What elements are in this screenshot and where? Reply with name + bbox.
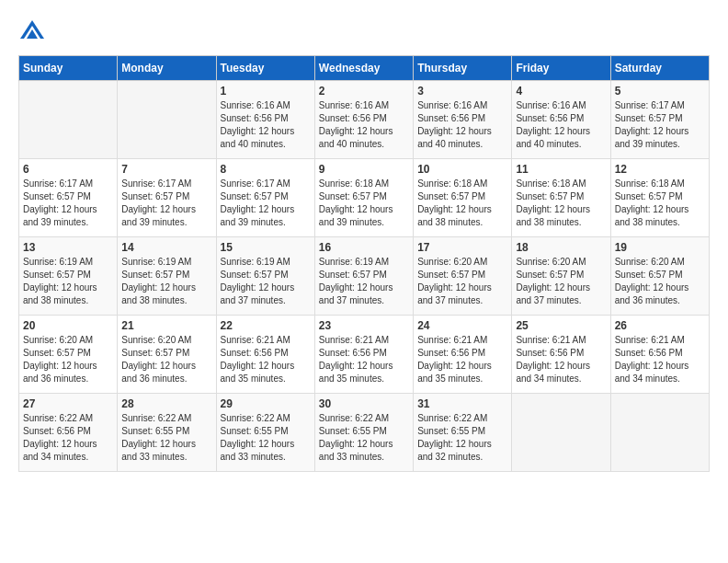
calendar-cell: 1Sunrise: 6:16 AMSunset: 6:56 PMDaylight… — [216, 81, 314, 159]
column-header-sunday: Sunday — [19, 56, 118, 81]
calendar-cell: 15Sunrise: 6:19 AMSunset: 6:57 PMDayligh… — [216, 237, 314, 316]
calendar-cell: 16Sunrise: 6:19 AMSunset: 6:57 PMDayligh… — [314, 237, 413, 316]
day-number: 3 — [417, 85, 507, 98]
calendar-cell: 22Sunrise: 6:21 AMSunset: 6:56 PMDayligh… — [216, 316, 314, 394]
calendar-cell — [118, 81, 216, 159]
day-number: 17 — [417, 241, 507, 254]
calendar-week-row: 13Sunrise: 6:19 AMSunset: 6:57 PMDayligh… — [19, 237, 710, 316]
day-info: Sunrise: 6:21 AMSunset: 6:56 PMDaylight:… — [319, 334, 409, 385]
day-number: 4 — [516, 85, 606, 98]
day-info: Sunrise: 6:17 AMSunset: 6:57 PMDaylight:… — [121, 178, 211, 229]
day-info: Sunrise: 6:16 AMSunset: 6:56 PMDaylight:… — [516, 99, 606, 151]
day-number: 28 — [121, 397, 211, 410]
calendar-cell: 31Sunrise: 6:22 AMSunset: 6:55 PMDayligh… — [414, 394, 512, 472]
day-info: Sunrise: 6:20 AMSunset: 6:57 PMDaylight:… — [516, 256, 606, 307]
day-number: 15 — [221, 241, 311, 254]
day-info: Sunrise: 6:19 AMSunset: 6:57 PMDaylight:… — [221, 256, 311, 307]
day-info: Sunrise: 6:20 AMSunset: 6:57 PMDaylight:… — [121, 334, 211, 385]
day-info: Sunrise: 6:20 AMSunset: 6:57 PMDaylight:… — [417, 256, 507, 307]
day-number: 21 — [121, 319, 211, 332]
calendar-week-row: 27Sunrise: 6:22 AMSunset: 6:56 PMDayligh… — [19, 394, 710, 472]
calendar-cell — [19, 81, 118, 159]
calendar-cell: 6Sunrise: 6:17 AMSunset: 6:57 PMDaylight… — [19, 159, 118, 237]
calendar-week-row: 6Sunrise: 6:17 AMSunset: 6:57 PMDaylight… — [19, 159, 710, 237]
day-info: Sunrise: 6:16 AMSunset: 6:56 PMDaylight:… — [417, 99, 507, 151]
day-info: Sunrise: 6:22 AMSunset: 6:55 PMDaylight:… — [121, 412, 211, 464]
calendar-cell: 7Sunrise: 6:17 AMSunset: 6:57 PMDaylight… — [118, 159, 216, 237]
logo — [18, 18, 48, 46]
calendar-cell: 19Sunrise: 6:20 AMSunset: 6:57 PMDayligh… — [610, 237, 709, 316]
day-number: 20 — [23, 319, 113, 332]
day-number: 2 — [319, 85, 409, 98]
day-info: Sunrise: 6:22 AMSunset: 6:56 PMDaylight:… — [23, 412, 113, 464]
day-number: 27 — [23, 397, 113, 410]
day-number: 25 — [516, 319, 606, 332]
calendar-cell: 17Sunrise: 6:20 AMSunset: 6:57 PMDayligh… — [414, 237, 512, 316]
day-info: Sunrise: 6:21 AMSunset: 6:56 PMDaylight:… — [516, 334, 606, 385]
calendar-week-row: 1Sunrise: 6:16 AMSunset: 6:56 PMDaylight… — [19, 81, 710, 159]
day-number: 12 — [615, 163, 705, 176]
day-number: 5 — [615, 85, 705, 98]
calendar-cell: 27Sunrise: 6:22 AMSunset: 6:56 PMDayligh… — [19, 394, 118, 472]
day-number: 30 — [319, 397, 409, 410]
day-number: 16 — [319, 241, 409, 254]
calendar-week-row: 20Sunrise: 6:20 AMSunset: 6:57 PMDayligh… — [19, 316, 710, 394]
day-info: Sunrise: 6:16 AMSunset: 6:56 PMDaylight:… — [221, 99, 311, 151]
calendar-cell: 11Sunrise: 6:18 AMSunset: 6:57 PMDayligh… — [512, 159, 610, 237]
day-info: Sunrise: 6:18 AMSunset: 6:57 PMDaylight:… — [516, 178, 606, 229]
day-info: Sunrise: 6:22 AMSunset: 6:55 PMDaylight:… — [221, 412, 311, 464]
calendar-cell: 29Sunrise: 6:22 AMSunset: 6:55 PMDayligh… — [216, 394, 314, 472]
day-info: Sunrise: 6:17 AMSunset: 6:57 PMDaylight:… — [615, 99, 705, 151]
day-info: Sunrise: 6:20 AMSunset: 6:57 PMDaylight:… — [23, 334, 113, 385]
day-info: Sunrise: 6:19 AMSunset: 6:57 PMDaylight:… — [23, 256, 113, 307]
calendar-cell: 13Sunrise: 6:19 AMSunset: 6:57 PMDayligh… — [19, 237, 118, 316]
column-header-saturday: Saturday — [610, 56, 709, 81]
calendar-cell: 21Sunrise: 6:20 AMSunset: 6:57 PMDayligh… — [118, 316, 216, 394]
day-info: Sunrise: 6:16 AMSunset: 6:56 PMDaylight:… — [319, 99, 409, 151]
day-info: Sunrise: 6:22 AMSunset: 6:55 PMDaylight:… — [319, 412, 409, 464]
day-number: 11 — [516, 163, 606, 176]
column-header-wednesday: Wednesday — [314, 56, 413, 81]
day-number: 23 — [319, 319, 409, 332]
day-number: 29 — [221, 397, 311, 410]
logo-icon — [18, 18, 46, 46]
day-number: 9 — [319, 163, 409, 176]
calendar-table: SundayMondayTuesdayWednesdayThursdayFrid… — [18, 55, 710, 472]
column-header-monday: Monday — [118, 56, 216, 81]
calendar-cell: 2Sunrise: 6:16 AMSunset: 6:56 PMDaylight… — [314, 81, 413, 159]
calendar-cell: 5Sunrise: 6:17 AMSunset: 6:57 PMDaylight… — [610, 81, 709, 159]
day-number: 19 — [615, 241, 705, 254]
calendar-cell: 25Sunrise: 6:21 AMSunset: 6:56 PMDayligh… — [512, 316, 610, 394]
calendar-cell: 12Sunrise: 6:18 AMSunset: 6:57 PMDayligh… — [610, 159, 709, 237]
day-number: 18 — [516, 241, 606, 254]
day-number: 24 — [417, 319, 507, 332]
calendar-cell: 26Sunrise: 6:21 AMSunset: 6:56 PMDayligh… — [610, 316, 709, 394]
column-header-thursday: Thursday — [414, 56, 512, 81]
day-info: Sunrise: 6:18 AMSunset: 6:57 PMDaylight:… — [615, 178, 705, 229]
day-info: Sunrise: 6:19 AMSunset: 6:57 PMDaylight:… — [121, 256, 211, 307]
day-info: Sunrise: 6:22 AMSunset: 6:55 PMDaylight:… — [417, 412, 507, 464]
calendar-cell: 24Sunrise: 6:21 AMSunset: 6:56 PMDayligh… — [414, 316, 512, 394]
day-info: Sunrise: 6:21 AMSunset: 6:56 PMDaylight:… — [615, 334, 705, 385]
day-info: Sunrise: 6:17 AMSunset: 6:57 PMDaylight:… — [221, 178, 311, 229]
day-number: 26 — [615, 319, 705, 332]
page-header — [18, 18, 710, 46]
calendar-cell: 4Sunrise: 6:16 AMSunset: 6:56 PMDaylight… — [512, 81, 610, 159]
column-header-friday: Friday — [512, 56, 610, 81]
day-number: 7 — [121, 163, 211, 176]
calendar-cell: 20Sunrise: 6:20 AMSunset: 6:57 PMDayligh… — [19, 316, 118, 394]
calendar-cell — [512, 394, 610, 472]
day-number: 1 — [221, 85, 311, 98]
calendar-cell: 14Sunrise: 6:19 AMSunset: 6:57 PMDayligh… — [118, 237, 216, 316]
day-info: Sunrise: 6:19 AMSunset: 6:57 PMDaylight:… — [319, 256, 409, 307]
day-number: 22 — [221, 319, 311, 332]
calendar-cell: 28Sunrise: 6:22 AMSunset: 6:55 PMDayligh… — [118, 394, 216, 472]
day-number: 31 — [417, 397, 507, 410]
calendar-cell: 10Sunrise: 6:18 AMSunset: 6:57 PMDayligh… — [414, 159, 512, 237]
calendar-cell — [610, 394, 709, 472]
calendar-cell: 3Sunrise: 6:16 AMSunset: 6:56 PMDaylight… — [414, 81, 512, 159]
day-info: Sunrise: 6:20 AMSunset: 6:57 PMDaylight:… — [615, 256, 705, 307]
calendar-cell: 18Sunrise: 6:20 AMSunset: 6:57 PMDayligh… — [512, 237, 610, 316]
day-info: Sunrise: 6:21 AMSunset: 6:56 PMDaylight:… — [417, 334, 507, 385]
day-number: 13 — [23, 241, 113, 254]
